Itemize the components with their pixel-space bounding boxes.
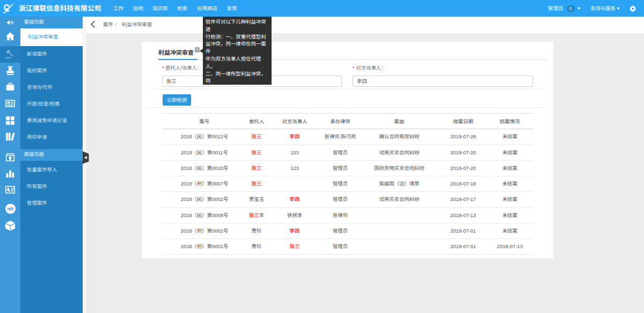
svg-text:HR: HR: [7, 206, 13, 212]
